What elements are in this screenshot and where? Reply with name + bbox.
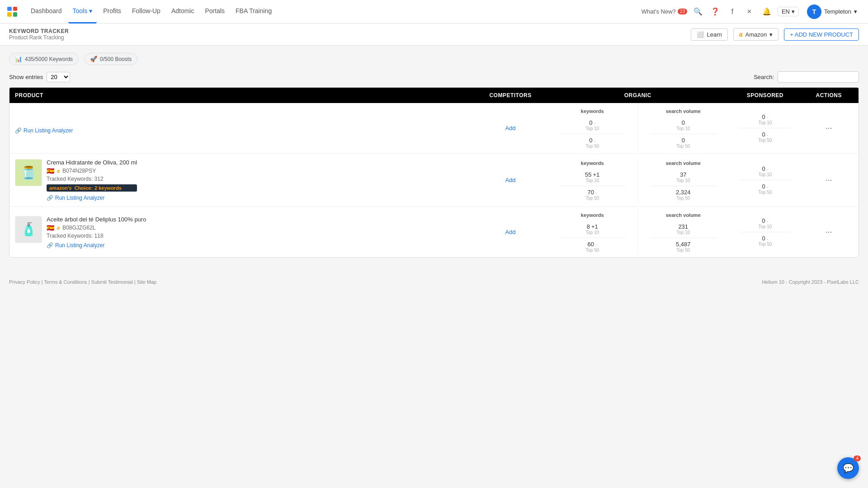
boosts-stat-label: 0/500 Boosts bbox=[100, 56, 132, 62]
sponsored-data: 0 - Top 10 0 - Top 50 bbox=[734, 164, 796, 196]
nav-item-tools[interactable]: Tools ▾ bbox=[68, 0, 97, 23]
more-actions-button[interactable]: ··· bbox=[826, 227, 832, 237]
more-actions-button[interactable]: ··· bbox=[826, 175, 832, 185]
nav-right: What's New? 23 🔍 ❓ f ✕ 🔔 EN ▾ T Templeto… bbox=[642, 3, 861, 21]
search-row: Search: bbox=[754, 71, 859, 83]
nav-item-adtomic[interactable]: Adtomic bbox=[167, 0, 199, 23]
help-icon[interactable]: ❓ bbox=[709, 5, 722, 18]
product-meta: 🇪🇸 a B074N28PSY bbox=[47, 167, 137, 174]
competitors-cell: Add bbox=[476, 103, 544, 154]
learn-button[interactable]: ⬜ Learn bbox=[691, 28, 727, 41]
nav-item-dashboard[interactable]: Dashboard bbox=[26, 0, 66, 23]
organic-sv-header: search volume bbox=[666, 107, 701, 117]
footer-right: Helium 10 - Copyright 2023 - PixelLabs L… bbox=[762, 279, 859, 285]
close-icon[interactable]: ✕ bbox=[743, 5, 756, 18]
external-link-icon: 🔗 bbox=[47, 242, 53, 249]
run-listing-analyzer-link[interactable]: 🔗 Run Listing Analyzer bbox=[47, 195, 137, 201]
actions-cell: ··· bbox=[799, 154, 859, 207]
product-image: 🧴 bbox=[15, 216, 42, 243]
organic-sv-top50: 5,487 Top 50 bbox=[676, 240, 691, 253]
page-header-right: ⬜ Learn a Amazon ▾ + ADD NEW PRODUCT bbox=[691, 28, 859, 41]
logo-cell-4 bbox=[13, 12, 18, 17]
logo-cell-1 bbox=[7, 7, 12, 11]
search-input[interactable] bbox=[778, 71, 859, 83]
add-competitor-link[interactable]: Add bbox=[505, 125, 515, 131]
boosts-stat: 🚀 0/500 Boosts bbox=[84, 53, 137, 65]
organic-kw-top10: 0 - Top 10 bbox=[585, 118, 599, 132]
more-actions-button[interactable]: ··· bbox=[826, 123, 832, 133]
chart-icon: 📊 bbox=[15, 56, 22, 62]
external-link-icon: 🔗 bbox=[47, 195, 53, 201]
nav-item-portals[interactable]: Portals bbox=[200, 0, 229, 23]
lang-label: EN bbox=[782, 8, 790, 15]
actions-cell: ··· bbox=[799, 207, 859, 258]
controls-row: Show entries 20 50 100 Search: bbox=[9, 71, 859, 83]
user-avatar: T bbox=[807, 5, 821, 19]
keywords-stat: 📊 435/5000 Keywords bbox=[9, 53, 79, 65]
nav-item-fbatraining[interactable]: FBA Training bbox=[231, 0, 276, 23]
asin: B08GJZG62L bbox=[62, 225, 95, 231]
col-header-sponsored: SPONSORED bbox=[731, 88, 799, 103]
add-product-button[interactable]: + ADD NEW PRODUCT bbox=[784, 28, 859, 41]
run-listing-label: Run Listing Analyzer bbox=[55, 195, 104, 201]
sponsored-top50: 0 - Top 50 bbox=[758, 234, 772, 248]
product-info: 🫙 Crema Hidratante de Oliva, 200 ml 🇪🇸 a… bbox=[15, 159, 471, 201]
whats-new-label: What's New? bbox=[642, 8, 676, 15]
logo[interactable] bbox=[7, 7, 17, 17]
organic-keywords-header: keywords bbox=[581, 211, 604, 221]
entries-select[interactable]: 20 50 100 bbox=[47, 72, 70, 82]
organic-kw-top50: 0 - Top 50 bbox=[585, 136, 599, 150]
language-selector[interactable]: EN ▾ bbox=[778, 7, 799, 16]
amazon-logo: a bbox=[57, 225, 60, 230]
run-listing-analyzer-link[interactable]: 🔗 Run Listing Analyzer bbox=[47, 242, 146, 249]
search-icon[interactable]: 🔍 bbox=[692, 5, 704, 18]
nav-item-followup[interactable]: Follow-Up bbox=[127, 0, 165, 23]
facebook-icon[interactable]: f bbox=[726, 5, 739, 18]
whats-new-button[interactable]: What's New? 23 bbox=[642, 8, 687, 15]
sponsored-top10: 0 - Top 10 bbox=[758, 216, 772, 230]
product-cell: 🔗 Run Listing Analyzer bbox=[9, 103, 476, 154]
logo-cell-3 bbox=[7, 12, 12, 17]
sponsored-cell: 0 - Top 10 0 - Top 50 bbox=[731, 103, 799, 154]
learn-label: Learn bbox=[707, 31, 722, 38]
actions-cell: ··· bbox=[799, 103, 859, 154]
bell-icon[interactable]: 🔔 bbox=[760, 5, 773, 18]
sponsored-top50: 0 - Top 50 bbox=[758, 182, 772, 196]
nav-items: Dashboard Tools ▾ Profits Follow-Up Adto… bbox=[26, 0, 642, 23]
chevron-down-icon: ▾ bbox=[89, 7, 92, 14]
amazon-logo: a bbox=[57, 168, 60, 174]
table-row: 🔗 Run Listing Analyzer Add keywords 0 - … bbox=[9, 103, 859, 154]
col-header-product: PRODUCT bbox=[9, 88, 476, 103]
country-flag: 🇪🇸 bbox=[47, 167, 54, 174]
product-info: 🧴 Aceite árbol del té Deliplus 100% puro… bbox=[15, 216, 471, 249]
amazon-selector[interactable]: a Amazon ▾ bbox=[733, 28, 779, 41]
learn-icon: ⬜ bbox=[697, 31, 704, 38]
footer: Privacy Policy | Terms & Conditions | Su… bbox=[0, 274, 868, 290]
product-image: 🫙 bbox=[15, 159, 42, 186]
product-details: Aceite árbol del té Deliplus 100% puro 🇪… bbox=[47, 216, 146, 249]
logo-grid bbox=[7, 7, 17, 17]
external-link-icon: 🔗 bbox=[15, 127, 22, 134]
tracked-keywords: Tracked Keywords: 312 bbox=[47, 176, 137, 182]
col-header-competitors: COMPETITORS bbox=[476, 88, 544, 103]
table-row: 🧴 Aceite árbol del té Deliplus 100% puro… bbox=[9, 207, 859, 258]
user-menu[interactable]: T Templeton ▾ bbox=[803, 3, 861, 21]
amazon-icon: a bbox=[739, 31, 743, 38]
search-label: Search: bbox=[754, 74, 774, 80]
col-header-organic: ORGANIC bbox=[544, 88, 731, 103]
nav-item-profits[interactable]: Profits bbox=[99, 0, 126, 23]
organic-kw-top10: 8 +1 Top 10 bbox=[585, 222, 599, 236]
organic-sv-header: search volume bbox=[666, 211, 701, 221]
top-navigation: Dashboard Tools ▾ Profits Follow-Up Adto… bbox=[0, 0, 868, 23]
product-table: PRODUCT COMPETITORS ORGANIC SPONSORED AC… bbox=[9, 87, 859, 258]
product-name: Crema Hidratante de Oliva, 200 ml bbox=[47, 159, 137, 166]
run-listing-label: Run Listing Analyzer bbox=[24, 127, 73, 134]
chevron-down-icon: ▾ bbox=[854, 8, 857, 15]
sponsored-top50: 0 - Top 50 bbox=[758, 130, 772, 144]
organic-sv-top10: 0 Top 10 bbox=[676, 118, 690, 132]
competitors-cell: Add bbox=[476, 154, 544, 207]
run-listing-analyzer-link[interactable]: 🔗 Run Listing Analyzer bbox=[15, 127, 471, 134]
stats-row: 📊 435/5000 Keywords 🚀 0/500 Boosts bbox=[9, 53, 859, 65]
add-competitor-link[interactable]: Add bbox=[505, 177, 515, 183]
add-competitor-link[interactable]: Add bbox=[505, 229, 515, 235]
